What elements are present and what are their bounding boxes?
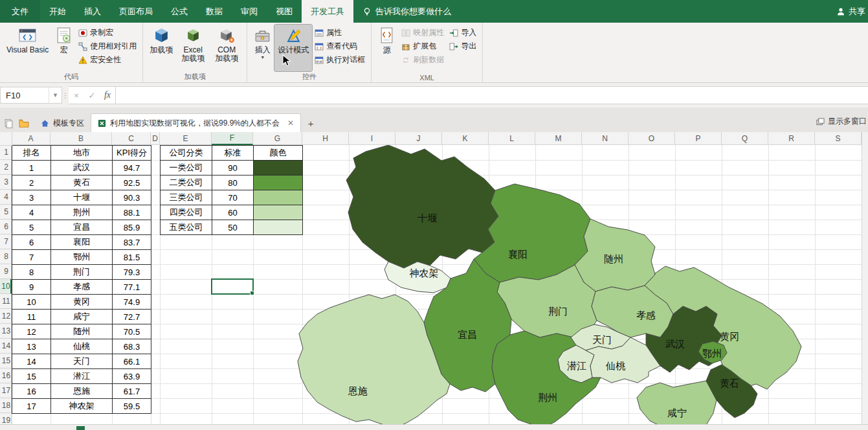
table-cell[interactable]: 潜江: [51, 369, 113, 384]
export-button[interactable]: 导出: [447, 40, 479, 53]
column-header-K[interactable]: K: [442, 132, 489, 145]
folder-icon[interactable]: [19, 119, 29, 128]
table-cell[interactable]: 神农架: [51, 399, 113, 414]
table-cell[interactable]: 74.9: [113, 295, 151, 310]
table-cell[interactable]: 黄石: [51, 175, 113, 190]
table-cell[interactable]: 63.9: [113, 369, 151, 384]
row-header-8[interactable]: 8: [0, 249, 12, 264]
ribbon-tab-3[interactable]: 页面布局: [110, 0, 162, 23]
visual-basic-button[interactable]: Visual Basic: [3, 25, 52, 71]
close-tab-icon[interactable]: ✕: [287, 119, 294, 128]
table-cell[interactable]: 仙桃: [51, 339, 113, 354]
table-cell[interactable]: 黄冈: [51, 295, 113, 310]
table-cell[interactable]: 15: [12, 369, 51, 384]
map-region-shiyan[interactable]: [346, 145, 498, 268]
table-cell[interactable]: 80: [212, 175, 254, 190]
table-cell[interactable]: 恩施: [51, 384, 113, 399]
select-all-corner[interactable]: [0, 132, 12, 146]
table-cell[interactable]: 90: [212, 161, 254, 175]
enter-icon[interactable]: ✓: [84, 86, 100, 104]
column-header-H[interactable]: H: [302, 132, 349, 145]
column-header-D[interactable]: D: [151, 132, 160, 145]
vertical-scrollbar[interactable]: [862, 132, 868, 430]
doc-tab-active[interactable]: 利用地图实现数据可视化，据说99.9%的人都不会 ✕: [91, 113, 301, 132]
table-cell[interactable]: 92.5: [113, 175, 151, 190]
table-cell[interactable]: 13: [12, 339, 51, 354]
new-tab-button[interactable]: +: [304, 116, 318, 130]
column-header-M[interactable]: M: [535, 132, 582, 145]
table-header-cell[interactable]: 公司分类: [161, 146, 212, 161]
share-button[interactable]: 共享: [836, 0, 865, 23]
column-header-N[interactable]: N: [582, 132, 629, 145]
row-header-5[interactable]: 5: [0, 205, 12, 220]
row-header-17[interactable]: 17: [0, 383, 12, 398]
ribbon-tab-5[interactable]: 数据: [197, 0, 232, 23]
table-cell[interactable]: 83.7: [113, 235, 151, 250]
table-cell[interactable]: 孝感: [51, 280, 113, 295]
insert-control-button[interactable]: 插入 ▼: [250, 25, 274, 71]
table-cell[interactable]: 五类公司: [161, 220, 212, 235]
ribbon-tab-file[interactable]: 文件: [0, 0, 40, 23]
row-header-12[interactable]: 12: [0, 309, 12, 324]
table-cell[interactable]: 72.7: [113, 310, 151, 324]
column-header-I[interactable]: I: [349, 132, 395, 145]
formula-input[interactable]: [115, 86, 868, 104]
table-header-cell[interactable]: KPI得分: [113, 146, 151, 161]
selected-cell-F10[interactable]: [211, 278, 254, 295]
column-header-F[interactable]: F: [212, 132, 253, 145]
macros-button[interactable]: 宏: [52, 25, 76, 71]
table-cell[interactable]: 6: [12, 235, 51, 250]
table-cell[interactable]: 81.5: [113, 250, 151, 265]
table-cell[interactable]: 16: [12, 384, 51, 399]
addins-button[interactable]: 加载项: [146, 25, 176, 71]
table-cell[interactable]: 天门: [51, 354, 113, 369]
column-header-B[interactable]: B: [50, 132, 112, 145]
view-code-button[interactable]: 查看代码: [312, 40, 368, 53]
table-cell[interactable]: 85.9: [113, 220, 151, 235]
name-box-dropdown-icon[interactable]: ▼: [49, 87, 61, 103]
table-cell[interactable]: 9: [12, 280, 51, 295]
table-cell[interactable]: 12: [12, 324, 51, 339]
column-header-J[interactable]: J: [395, 132, 442, 145]
refresh-data-button[interactable]: 刷新数据: [399, 53, 447, 67]
properties-button[interactable]: 属性: [312, 26, 368, 40]
table-cell[interactable]: 十堰: [51, 190, 113, 205]
column-header-P[interactable]: P: [675, 132, 722, 145]
table-cell[interactable]: 66.1: [113, 354, 151, 369]
cancel-icon[interactable]: ×: [69, 86, 84, 104]
macro-security-button[interactable]: 宏安全性: [76, 53, 139, 67]
table-cell[interactable]: 四类公司: [161, 205, 212, 220]
column-header-O[interactable]: O: [629, 132, 675, 145]
row-header-1[interactable]: 1: [0, 145, 12, 160]
table-header-cell[interactable]: 标准: [212, 146, 254, 161]
table-cell[interactable]: 鄂州: [51, 250, 113, 265]
table-cell[interactable]: 14: [12, 354, 51, 369]
hubei-map-chart[interactable]: 十堰 襄阳 随州 神农架 荆门 孝感 武汉 黄冈 鄂州 宜昌 天门 潜江 仙桃 …: [291, 132, 809, 430]
table-cell[interactable]: 70.5: [113, 324, 151, 339]
column-header-Q[interactable]: Q: [722, 132, 768, 145]
table-cell[interactable]: 2: [12, 175, 51, 190]
map-properties-button[interactable]: 映射属性: [399, 26, 447, 40]
row-header-18[interactable]: 18: [0, 398, 12, 413]
new-document-icon[interactable]: [4, 119, 14, 128]
table-cell[interactable]: 1: [12, 161, 51, 175]
table-cell[interactable]: 79.3: [113, 265, 151, 280]
table-cell[interactable]: 二类公司: [161, 175, 212, 190]
table-cell[interactable]: 11: [12, 310, 51, 324]
fill-handle[interactable]: [250, 291, 254, 295]
table-cell[interactable]: 一类公司: [161, 161, 212, 175]
column-header-R[interactable]: R: [768, 132, 815, 145]
spreadsheet-grid[interactable]: 十堰 襄阳 随州 神农架 荆门 孝感 武汉 黄冈 鄂州 宜昌 天门 潜江 仙桃 …: [0, 132, 868, 430]
row-header-4[interactable]: 4: [0, 190, 12, 205]
row-header-10[interactable]: 10: [0, 279, 12, 294]
row-header-14[interactable]: 14: [0, 339, 12, 354]
row-header-7[interactable]: 7: [0, 234, 12, 249]
tell-me-box[interactable]: 告诉我你想要做什么: [362, 0, 451, 23]
ribbon-tab-6[interactable]: 审阅: [232, 0, 267, 23]
table-cell[interactable]: 88.1: [113, 205, 151, 220]
table-cell[interactable]: 94.7: [113, 161, 151, 175]
table-cell[interactable]: 61.7: [113, 384, 151, 399]
table-cell[interactable]: 咸宁: [51, 310, 113, 324]
ribbon-tab-2[interactable]: 插入: [75, 0, 110, 23]
column-header-S[interactable]: S: [815, 132, 862, 145]
